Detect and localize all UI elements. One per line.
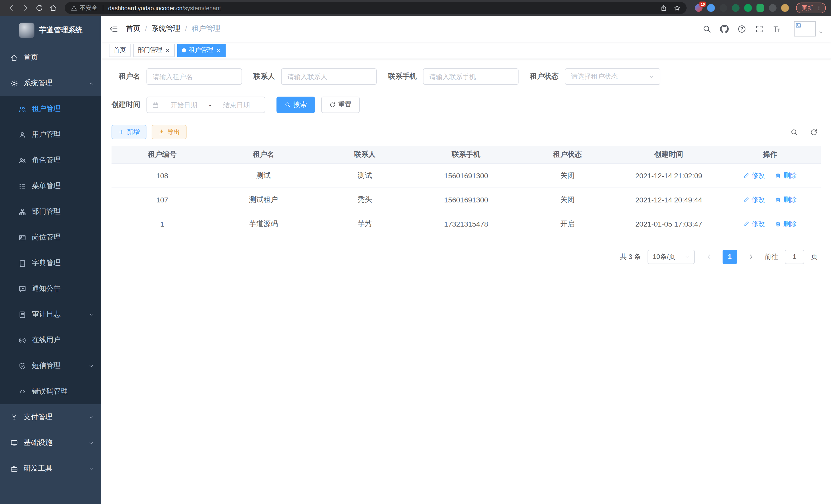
screen: 不安全 dashboard.yudao.iocoder.cn/system/te… — [0, 0, 831, 504]
caret-down-icon — [818, 30, 823, 35]
sidebar-item-audit[interactable]: 审计日志 — [0, 302, 101, 327]
search-icon — [285, 102, 291, 108]
tenant-name-label: 租户名 — [112, 72, 140, 81]
page-size-value: 10条/页 — [653, 252, 675, 261]
prev-page-button[interactable] — [701, 249, 716, 264]
bookmark-star-icon[interactable] — [674, 5, 681, 11]
add-button[interactable]: 新增 — [112, 125, 146, 139]
cell-tenant-name: 测试租户 — [213, 187, 314, 212]
browser-menu-icon[interactable] — [815, 5, 822, 11]
extension-icon[interactable] — [781, 4, 789, 12]
extension-icon[interactable] — [707, 4, 715, 12]
sidebar-item-post[interactable]: 岗位管理 — [0, 225, 101, 250]
edit-link[interactable]: 修改 — [743, 171, 765, 180]
refresh-icon — [329, 102, 336, 108]
browser-reload-button[interactable] — [33, 2, 46, 14]
delete-link[interactable]: 删除 — [775, 195, 797, 204]
goto-page-input[interactable] — [785, 249, 804, 264]
extension-icon[interactable]: 10 — [695, 4, 703, 12]
sidebar-item-role[interactable]: 角色管理 — [0, 147, 101, 173]
tenant-status-select[interactable]: 请选择租户状态 — [565, 68, 660, 85]
chevron-down-icon — [88, 414, 94, 420]
help-icon[interactable] — [738, 24, 746, 33]
breadcrumb-system[interactable]: 系统管理 — [152, 24, 180, 33]
security-warning[interactable]: 不安全 — [71, 4, 97, 12]
url-path: /system/tenant — [182, 5, 221, 11]
table-row: 108 测试 测试 15601691300 关闭 2021-12-14 21:0… — [112, 164, 821, 187]
browser-home-button[interactable] — [47, 2, 60, 14]
export-button[interactable]: 导出 — [152, 125, 187, 139]
close-icon[interactable] — [216, 48, 221, 53]
page-number-button[interactable]: 1 — [722, 249, 737, 264]
create-time-range-picker[interactable]: - — [146, 97, 265, 113]
fullscreen-icon[interactable] — [755, 24, 764, 33]
chevron-down-icon — [649, 74, 654, 79]
toolbox-icon — [10, 465, 18, 472]
extension-icon[interactable] — [756, 4, 764, 12]
font-size-icon[interactable] — [772, 24, 781, 33]
tab-tenant[interactable]: 租户管理 — [177, 43, 226, 57]
header-search-icon[interactable] — [703, 24, 711, 33]
delete-link[interactable]: 删除 — [775, 171, 797, 180]
github-icon[interactable] — [720, 24, 729, 33]
share-icon[interactable] — [660, 5, 667, 11]
sidebar-item-devtools[interactable]: 研发工具 — [0, 456, 101, 481]
chevron-down-icon — [88, 440, 94, 446]
edit-link[interactable]: 修改 — [743, 219, 765, 228]
contact-label: 联系人 — [253, 72, 275, 81]
cell-actions: 修改 删除 — [719, 187, 821, 212]
hamburger-icon[interactable] — [109, 24, 118, 33]
phone-input[interactable] — [423, 68, 519, 85]
search-button[interactable]: 搜索 — [277, 97, 315, 113]
sidebar-item-errcode[interactable]: 错误码管理 — [0, 379, 101, 404]
breadcrumb-home[interactable]: 首页 — [126, 24, 140, 33]
users-icon — [19, 105, 26, 113]
sidebar-item-notice[interactable]: 通知公告 — [0, 276, 101, 302]
sidebar-item-user[interactable]: 用户管理 — [0, 122, 101, 147]
browser-forward-button[interactable] — [19, 2, 32, 14]
tab-dept[interactable]: 部门管理 — [133, 43, 175, 57]
sidebar-item-dict[interactable]: 字典管理 — [0, 250, 101, 276]
tenant-name-input[interactable] — [146, 68, 242, 85]
tab-home[interactable]: 首页 — [109, 43, 131, 57]
broken-image-icon — [796, 23, 801, 28]
cell-phone: 15601691300 — [416, 187, 517, 212]
start-date-input[interactable] — [161, 101, 207, 109]
refresh-table-icon[interactable] — [810, 128, 818, 136]
logo[interactable]: 芋道管理系统 — [0, 16, 101, 45]
end-date-input[interactable] — [213, 101, 260, 109]
cell-tenant-name: 芋道源码 — [213, 212, 314, 236]
reset-button[interactable]: 重置 — [321, 97, 360, 113]
close-icon[interactable] — [165, 48, 170, 53]
trash-icon — [775, 172, 781, 179]
tenant-table: 租户编号 租户名 联系人 联系手机 租户状态 创建时间 操作 108 测试 — [112, 146, 821, 236]
user-avatar-menu[interactable] — [794, 21, 823, 36]
sidebar-item-infra[interactable]: 基础设施 — [0, 430, 101, 456]
sidebar-item-sms[interactable]: 短信管理 — [0, 353, 101, 379]
next-page-button[interactable] — [744, 249, 758, 264]
sidebar-item-online[interactable]: 在线用户 — [0, 327, 101, 353]
contact-input[interactable] — [281, 68, 377, 85]
browser-back-button[interactable] — [5, 2, 18, 14]
sidebar-item-tenant[interactable]: 租户管理 — [0, 96, 101, 122]
chevron-down-icon — [88, 363, 94, 368]
edit-link[interactable]: 修改 — [743, 195, 765, 204]
toggle-search-icon[interactable] — [791, 128, 798, 136]
extension-icon[interactable] — [732, 4, 740, 12]
sidebar-item-menu[interactable]: 菜单管理 — [0, 173, 101, 199]
delete-link[interactable]: 删除 — [775, 219, 797, 228]
page-size-select[interactable]: 10条/页 — [648, 249, 695, 264]
cell-phone: 15601691300 — [416, 164, 517, 187]
chevron-down-icon — [88, 466, 94, 471]
breadcrumb-current: 租户管理 — [192, 24, 221, 33]
browser-update-button[interactable]: 更新 — [796, 3, 826, 13]
sidebar-item-home[interactable]: 首页 — [0, 45, 101, 70]
extension-icon[interactable] — [769, 4, 776, 12]
sidebar-item-pay[interactable]: 支付管理 — [0, 404, 101, 430]
extension-icon[interactable] — [719, 4, 727, 12]
sidebar-item-system[interactable]: 系统管理 — [0, 70, 101, 96]
logo-avatar — [19, 23, 34, 38]
sidebar-item-dept[interactable]: 部门管理 — [0, 199, 101, 225]
extension-icon[interactable] — [744, 4, 752, 12]
address-bar[interactable]: 不安全 dashboard.yudao.iocoder.cn/system/te… — [65, 2, 687, 14]
